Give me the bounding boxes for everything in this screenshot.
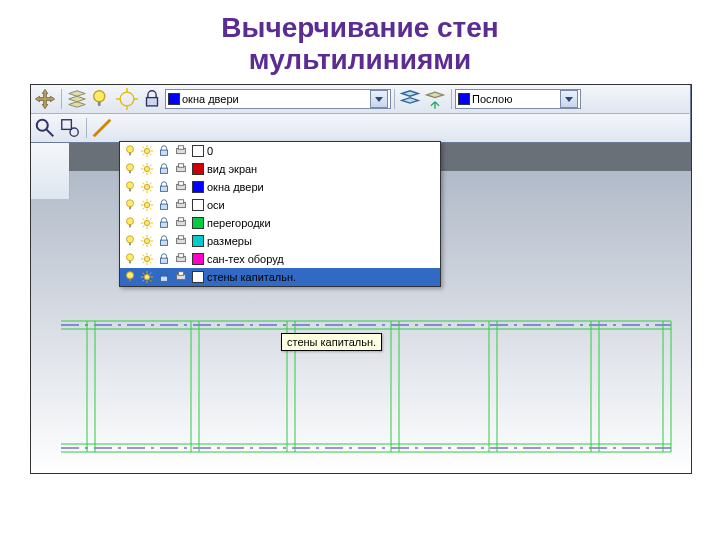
layer-dropdown-list[interactable]: 0вид экранокна двериосиперегородкиразмер… [119,141,441,287]
svg-rect-84 [129,243,131,246]
left-tool-palette [31,143,70,199]
svg-point-71 [144,221,149,226]
svg-line-63 [150,208,152,210]
layer-label: размеры [207,235,437,247]
svg-rect-66 [161,205,168,210]
layer-toggle-icon[interactable] [90,87,114,111]
svg-rect-68 [178,200,183,204]
svg-point-15 [144,149,149,154]
lock-icon [157,198,171,212]
layer-label: сан-тех оборуд [207,253,437,265]
svg-rect-24 [161,151,168,156]
svg-rect-38 [161,169,168,174]
lock-icon [157,180,171,194]
layer-item[interactable]: вид экран [120,160,440,178]
layer-label: оси [207,199,437,211]
layer-freeze-icon[interactable] [115,87,139,111]
svg-rect-56 [129,207,131,210]
svg-line-62 [143,201,145,203]
lock-icon [157,234,171,248]
svg-rect-82 [178,218,183,222]
layer-item[interactable]: перегородки [120,214,440,232]
separator [86,118,87,138]
svg-line-118 [143,273,145,275]
chevron-down-icon[interactable] [560,90,578,108]
svg-point-55 [127,200,134,207]
pan-icon[interactable] [33,87,57,111]
svg-rect-1 [98,102,101,106]
svg-line-76 [143,219,145,221]
lock-icon [157,162,171,176]
current-layer-dropdown[interactable]: окна двери [165,89,391,109]
separator [61,89,62,109]
svg-point-97 [127,254,134,261]
layer-item[interactable]: окна двери [120,178,440,196]
svg-rect-14 [129,153,131,156]
svg-line-119 [150,280,152,282]
layer-lock-icon[interactable] [140,87,164,111]
svg-rect-124 [178,272,183,276]
sun-icon [140,216,154,230]
lightbulb-icon [123,252,137,266]
line-tool-icon[interactable] [90,116,114,140]
secondary-toolbar [31,113,691,142]
zoom-window-icon[interactable] [58,116,82,140]
svg-point-27 [127,164,134,171]
svg-point-85 [144,239,149,244]
svg-point-111 [127,272,134,279]
sun-icon [140,234,154,248]
svg-line-50 [143,190,145,192]
svg-point-11 [70,128,78,136]
svg-point-99 [144,257,149,262]
svg-rect-112 [129,279,131,282]
layer-label: окна двери [207,181,437,193]
svg-line-48 [143,183,145,185]
layer-label: стены капитальн. [207,271,437,283]
lightbulb-icon [123,270,137,284]
printer-icon [174,234,188,248]
svg-line-22 [143,154,145,156]
svg-line-107 [150,255,152,257]
svg-line-104 [143,255,145,257]
svg-line-93 [150,237,152,239]
svg-line-77 [150,226,152,228]
svg-point-13 [127,146,134,153]
svg-rect-40 [178,164,183,168]
svg-line-106 [143,262,145,264]
layer-item[interactable]: сан-тех оборуд [120,250,440,268]
title-line-1: Вычерчивание стен [0,12,720,44]
svg-line-51 [150,183,152,185]
color-label: Послою [472,93,558,105]
layer-label: 0 [207,145,437,157]
layer-manager-icon[interactable] [65,87,89,111]
svg-line-49 [150,190,152,192]
layer-swatch [192,199,204,211]
layer-item[interactable]: оси [120,196,440,214]
layer-swatch [192,235,204,247]
color-dropdown[interactable]: Послою [455,89,581,109]
svg-line-120 [143,280,145,282]
lock-icon [157,270,171,284]
svg-line-92 [143,244,145,246]
svg-line-121 [150,273,152,275]
drawing-area[interactable]: 0вид экранокна двериосиперегородкиразмер… [31,142,691,473]
layer-item[interactable]: размеры [120,232,440,250]
layer-prev-icon[interactable] [423,87,447,111]
svg-point-2 [120,93,134,107]
svg-rect-110 [178,254,183,258]
layer-swatch [192,181,204,193]
svg-rect-28 [129,171,131,174]
layer-item[interactable]: 0 [120,142,440,160]
svg-point-29 [144,167,149,172]
svg-line-90 [143,237,145,239]
svg-point-113 [144,275,149,280]
svg-rect-7 [147,98,158,106]
layer-swatch [192,145,204,157]
layer-states-icon[interactable] [398,87,422,111]
zoom-icon[interactable] [33,116,57,140]
printer-icon [174,216,188,230]
printer-icon [174,252,188,266]
tooltip: стены капитальн. [281,333,382,351]
layer-item[interactable]: стены капитальн. [120,268,440,286]
chevron-down-icon[interactable] [370,90,388,108]
